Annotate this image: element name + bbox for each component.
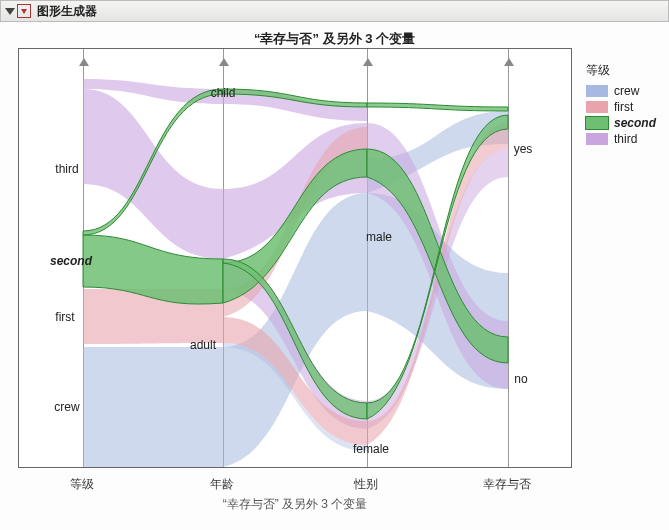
- legend-label: third: [614, 132, 637, 146]
- cat-first[interactable]: first: [55, 310, 74, 324]
- chart-title: “幸存与否” 及另外 3 个变量: [0, 30, 669, 48]
- axis-label-0[interactable]: 等级: [52, 476, 112, 493]
- legend-label: second: [614, 116, 656, 130]
- legend-swatch: [586, 117, 608, 129]
- plot-area: crew first second third adult child male…: [18, 48, 572, 468]
- legend-label: crew: [614, 84, 639, 98]
- panel-title: 图形生成器: [37, 3, 97, 20]
- cat-adult[interactable]: adult: [190, 338, 216, 352]
- legend-item-second[interactable]: second: [586, 115, 656, 131]
- cat-child[interactable]: child: [211, 86, 236, 100]
- legend-title: 等级: [586, 62, 656, 79]
- legend-item-first[interactable]: first: [586, 99, 656, 115]
- axis-label-3[interactable]: 幸存与否: [477, 476, 537, 493]
- flow-bands: [19, 49, 571, 467]
- cat-yes[interactable]: yes: [514, 142, 533, 156]
- cat-crew[interactable]: crew: [54, 400, 79, 414]
- legend-label: first: [614, 100, 633, 114]
- cat-no[interactable]: no: [514, 372, 527, 386]
- axis-label-2[interactable]: 性别: [336, 476, 396, 493]
- cat-third[interactable]: third: [55, 162, 78, 176]
- cat-male[interactable]: male: [366, 230, 392, 244]
- axis-label-1[interactable]: 年龄: [192, 476, 252, 493]
- legend-item-crew[interactable]: crew: [586, 83, 656, 99]
- menu-trigger-icon[interactable]: [17, 4, 31, 18]
- chart-subtitle: “幸存与否” 及另外 3 个变量: [18, 496, 572, 513]
- panel-header: 图形生成器: [0, 0, 669, 22]
- legend-swatch: [586, 133, 608, 145]
- cat-second[interactable]: second: [50, 254, 92, 268]
- cat-female[interactable]: female: [353, 442, 389, 456]
- legend-swatch: [586, 85, 608, 97]
- legend-swatch: [586, 101, 608, 113]
- legend: 等级 crew first second third: [586, 62, 656, 147]
- disclosure-icon[interactable]: [5, 8, 15, 15]
- legend-item-third[interactable]: third: [586, 131, 656, 147]
